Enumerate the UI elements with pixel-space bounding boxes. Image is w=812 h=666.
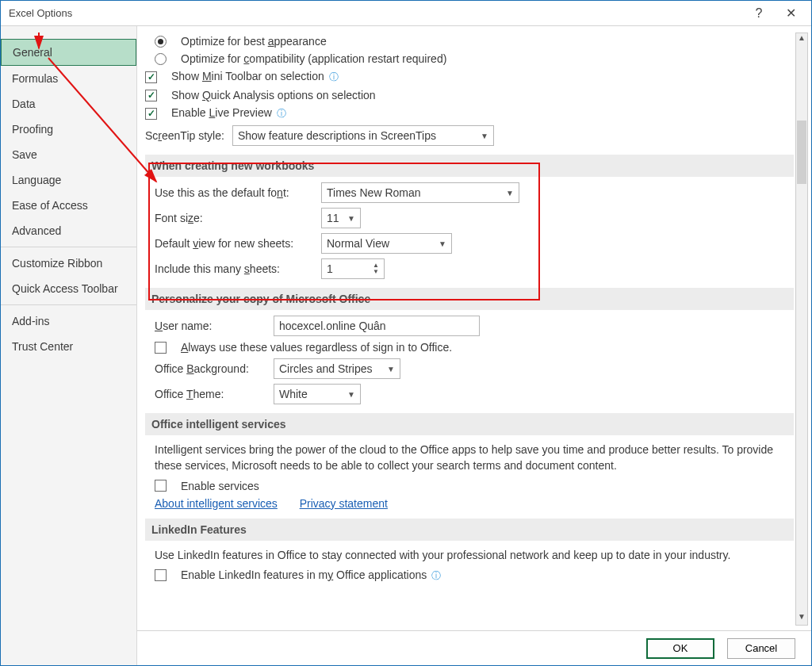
titlebar: Excel Options ? ✕ bbox=[1, 1, 811, 26]
checkbox-icon bbox=[155, 569, 167, 581]
sheets-count-spinner[interactable]: 1 ▲▼ bbox=[321, 258, 385, 279]
scroll-thumb[interactable] bbox=[797, 121, 806, 184]
combo-value: Circles and Stripes bbox=[279, 362, 373, 375]
user-name-input[interactable]: hocexcel.online Quân bbox=[274, 316, 480, 336]
spinner-value: 1 bbox=[327, 262, 333, 275]
sidebar-item-add-ins[interactable]: Add-ins bbox=[1, 308, 136, 334]
ok-button[interactable]: OK bbox=[646, 638, 714, 659]
user-name-row: User name: hocexcel.online Quân bbox=[145, 313, 794, 339]
sidebar-item-general[interactable]: General bbox=[1, 39, 136, 66]
sidebar-item-customize-ribbon[interactable]: Customize Ribbon bbox=[1, 251, 136, 276]
chevron-down-icon: ▼ bbox=[387, 365, 395, 373]
section-new-workbooks: When creating new workbooks bbox=[145, 155, 794, 177]
checkbox-icon bbox=[155, 480, 167, 492]
office-background-combo[interactable]: Circles and Stripes▼ bbox=[274, 358, 400, 379]
main-panel: Optimize for best appearance Optimize fo… bbox=[137, 26, 811, 665]
default-view-row: Default view for new sheets: Normal View… bbox=[145, 231, 794, 256]
scroll-up-icon[interactable]: ▲ bbox=[796, 33, 807, 46]
spinner-buttons[interactable]: ▲▼ bbox=[373, 262, 379, 275]
excel-options-dialog: Excel Options ? ✕ GeneralFormulasDataPro… bbox=[0, 0, 812, 666]
sidebar-item-trust-center[interactable]: Trust Center bbox=[1, 334, 136, 359]
category-sidebar: GeneralFormulasDataProofingSaveLanguageE… bbox=[1, 26, 137, 665]
sheets-count-row: Include this many sheets: 1 ▲▼ bbox=[145, 256, 794, 281]
sidebar-item-formulas[interactable]: Formulas bbox=[1, 66, 136, 91]
privacy-statement-link[interactable]: Privacy statement bbox=[300, 497, 388, 510]
combo-value: Normal View bbox=[327, 237, 389, 250]
sidebar-item-advanced[interactable]: Advanced bbox=[1, 218, 136, 243]
check-always-use[interactable]: Always use these values regardless of si… bbox=[145, 339, 794, 356]
chevron-down-icon: ▼ bbox=[506, 189, 514, 197]
textbox-value: hocexcel.online Quân bbox=[279, 320, 386, 332]
chevron-down-icon: ▼ bbox=[347, 390, 355, 399]
office-theme-row: Office Theme: White▼ bbox=[145, 381, 794, 407]
chevron-down-icon: ▼ bbox=[439, 239, 446, 248]
sidebar-item-data[interactable]: Data bbox=[1, 91, 136, 117]
help-button[interactable]: ? bbox=[743, 2, 775, 25]
office-theme-combo[interactable]: White▼ bbox=[274, 384, 361, 404]
cancel-button[interactable]: Cancel bbox=[727, 638, 795, 659]
dialog-title: Excel Options bbox=[9, 7, 72, 19]
checkbox-icon bbox=[155, 342, 167, 354]
screentip-row: ScreenTip style: Show feature descriptio… bbox=[145, 123, 794, 148]
checkbox-icon bbox=[145, 108, 157, 120]
check-enable-services[interactable]: Enable services bbox=[145, 477, 794, 495]
font-size-combo[interactable]: 11▼ bbox=[321, 208, 361, 228]
close-button[interactable]: ✕ bbox=[775, 2, 806, 25]
info-icon: ⓘ bbox=[431, 570, 441, 581]
sidebar-item-ease-of-access[interactable]: Ease of Access bbox=[1, 193, 136, 218]
vertical-scrollbar[interactable]: ▲ ▼ bbox=[795, 33, 808, 626]
radio-icon bbox=[155, 36, 167, 48]
checkbox-icon bbox=[145, 71, 157, 83]
combo-value: White bbox=[279, 388, 308, 400]
check-mini-toolbar[interactable]: Show Mini Toolbar on selection ⓘ bbox=[145, 67, 794, 86]
default-view-combo[interactable]: Normal View▼ bbox=[321, 233, 452, 254]
about-intelligent-services-link[interactable]: About intelligent services bbox=[155, 497, 278, 510]
default-font-row: Use this as the default font: Times New … bbox=[145, 180, 794, 205]
check-label: Enable services bbox=[181, 480, 259, 492]
sidebar-item-quick-access-toolbar[interactable]: Quick Access Toolbar bbox=[1, 276, 136, 301]
info-icon: ⓘ bbox=[329, 71, 339, 82]
sidebar-item-save[interactable]: Save bbox=[1, 142, 136, 167]
check-enable-linkedin[interactable]: Enable LinkedIn features in my Office ap… bbox=[145, 566, 794, 585]
dialog-body: GeneralFormulasDataProofingSaveLanguageE… bbox=[1, 26, 811, 665]
dialog-footer: OK Cancel bbox=[137, 630, 811, 665]
sidebar-item-language[interactable]: Language bbox=[1, 167, 136, 193]
radio-optimize-compat[interactable]: Optimize for compatibility (application … bbox=[145, 50, 794, 67]
intel-links-row: About intelligent services Privacy state… bbox=[145, 495, 794, 512]
radio-icon bbox=[155, 53, 167, 65]
linkedin-desc: Use LinkedIn features in Office to stay … bbox=[145, 544, 794, 566]
radio-optimize-appearance[interactable]: Optimize for best appearance bbox=[145, 33, 794, 50]
info-icon: ⓘ bbox=[277, 108, 286, 119]
screentip-combo[interactable]: Show feature descriptions in ScreenTips▼ bbox=[232, 125, 494, 146]
check-quick-analysis[interactable]: Show Quick Analysis options on selection bbox=[145, 86, 794, 104]
combo-value: 11 bbox=[327, 212, 339, 224]
chevron-down-icon: ▼ bbox=[481, 132, 488, 140]
font-size-row: Font size: 11▼ bbox=[145, 205, 794, 231]
intelligent-services-desc: Intelligent services bring the power of … bbox=[145, 438, 794, 477]
checkbox-icon bbox=[145, 90, 157, 101]
office-background-row: Office Background: Circles and Stripes▼ bbox=[145, 356, 794, 381]
scroll-down-icon[interactable]: ▼ bbox=[796, 612, 807, 625]
default-font-combo[interactable]: Times New Roman▼ bbox=[321, 182, 519, 203]
combo-value: Times New Roman bbox=[327, 186, 421, 199]
section-linkedin: LinkedIn Features bbox=[145, 519, 794, 541]
sidebar-item-proofing[interactable]: Proofing bbox=[1, 117, 136, 142]
section-intelligent-services: Office intelligent services bbox=[145, 413, 794, 435]
section-personalize: Personalize your copy of Microsoft Offic… bbox=[145, 288, 794, 310]
scroll-area: Optimize for best appearance Optimize fo… bbox=[145, 33, 794, 626]
check-live-preview[interactable]: Enable Live Preview ⓘ bbox=[145, 104, 794, 123]
combo-value: Show feature descriptions in ScreenTips bbox=[238, 129, 436, 142]
chevron-down-icon: ▼ bbox=[347, 214, 355, 223]
